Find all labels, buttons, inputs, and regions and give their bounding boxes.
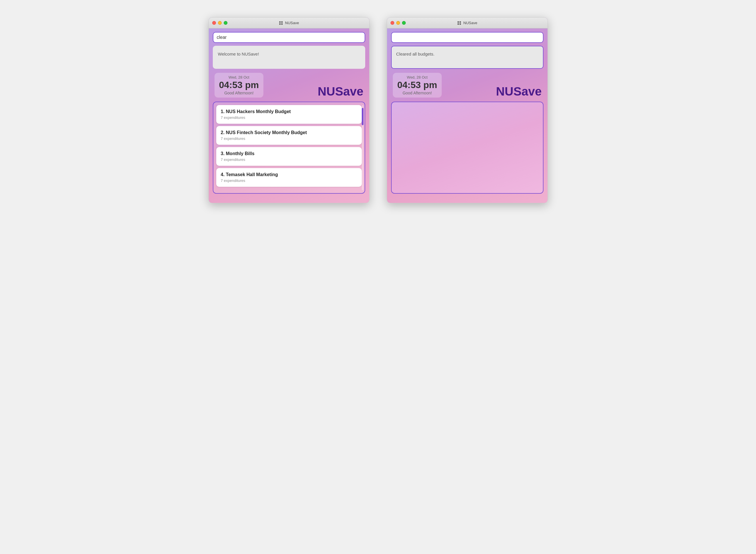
left-window: NUSave Welcome to NUSave! Wed, 28 Oct 04… xyxy=(208,17,370,203)
message-text-left: Welcome to NUSave! xyxy=(218,52,259,56)
search-input-right[interactable] xyxy=(395,35,540,40)
minimize-button-left[interactable] xyxy=(218,21,222,25)
datetime-row-right: Wed, 28 Oct 04:53 pm Good Afternoon! NUS… xyxy=(391,72,544,99)
message-text-right: Cleared all budgets. xyxy=(396,52,435,56)
app-name-left: NUSave xyxy=(318,86,364,98)
greeting-right: Good Afternoon! xyxy=(397,91,437,95)
close-button-left[interactable] xyxy=(212,21,216,25)
budget-title-1: 1. NUS Hackers Monthly Budget xyxy=(221,109,357,114)
svg-rect-5 xyxy=(459,21,461,23)
svg-rect-1 xyxy=(281,21,283,23)
traffic-lights-right xyxy=(390,21,406,25)
date-right: Wed, 28 Oct xyxy=(397,75,437,79)
budget-title-4: 4. Temasek Hall Marketing xyxy=(221,172,357,177)
svg-rect-0 xyxy=(279,21,281,23)
search-container-right[interactable] xyxy=(391,32,544,43)
budget-item-4[interactable]: 4. Temasek Hall Marketing 7 expenditures xyxy=(216,168,362,187)
budget-item-2[interactable]: 2. NUS Fintech Society Monthly Budget 7 … xyxy=(216,126,362,145)
budget-sub-4: 7 expenditures xyxy=(221,178,357,183)
budget-list-left[interactable]: 1. NUS Hackers Monthly Budget 7 expendit… xyxy=(213,102,365,194)
message-box-right: Cleared all budgets. xyxy=(391,46,544,69)
budget-sub-1: 7 expenditures xyxy=(221,115,357,120)
svg-rect-7 xyxy=(459,23,461,25)
search-container-left[interactable] xyxy=(213,32,365,43)
window-title-left: NUSave xyxy=(279,21,299,25)
close-button-right[interactable] xyxy=(390,21,394,25)
date-left: Wed, 28 Oct xyxy=(219,75,259,79)
titlebar-right: NUSave xyxy=(387,17,548,29)
search-input-left[interactable] xyxy=(217,35,361,40)
time-left: 04:53 pm xyxy=(219,80,259,90)
budget-item-3[interactable]: 3. Monthly Bills 7 expenditures xyxy=(216,147,362,166)
right-window: NUSave Cleared all budgets. Wed, 28 Oct … xyxy=(387,17,548,203)
time-right: 04:53 pm xyxy=(397,80,437,90)
titlebar-left: NUSave xyxy=(209,17,369,29)
svg-rect-6 xyxy=(457,23,459,25)
budget-title-3: 3. Monthly Bills xyxy=(221,151,357,156)
budget-sub-2: 7 expenditures xyxy=(221,136,357,141)
scrollbar-thumb-left[interactable] xyxy=(362,108,364,125)
window-title-right: NUSave xyxy=(457,21,477,25)
app-name-right: NUSave xyxy=(496,86,542,98)
scrollbar-track-left xyxy=(362,105,364,190)
message-box-left: Welcome to NUSave! xyxy=(213,46,365,69)
datetime-block-right: Wed, 28 Oct 04:53 pm Good Afternoon! xyxy=(393,73,442,98)
budget-list-right xyxy=(391,102,544,194)
svg-rect-4 xyxy=(457,21,459,23)
budget-sub-3: 7 expenditures xyxy=(221,157,357,162)
greeting-left: Good Afternoon! xyxy=(219,91,259,95)
svg-rect-2 xyxy=(279,23,281,25)
budget-title-2: 2. NUS Fintech Society Monthly Budget xyxy=(221,130,357,135)
svg-rect-3 xyxy=(281,23,283,25)
datetime-row-left: Wed, 28 Oct 04:53 pm Good Afternoon! NUS… xyxy=(213,72,365,99)
traffic-lights-left xyxy=(212,21,228,25)
maximize-button-left[interactable] xyxy=(224,21,228,25)
budget-item-1[interactable]: 1. NUS Hackers Monthly Budget 7 expendit… xyxy=(216,105,362,124)
maximize-button-right[interactable] xyxy=(402,21,406,25)
minimize-button-right[interactable] xyxy=(396,21,400,25)
datetime-block-left: Wed, 28 Oct 04:53 pm Good Afternoon! xyxy=(214,73,264,98)
